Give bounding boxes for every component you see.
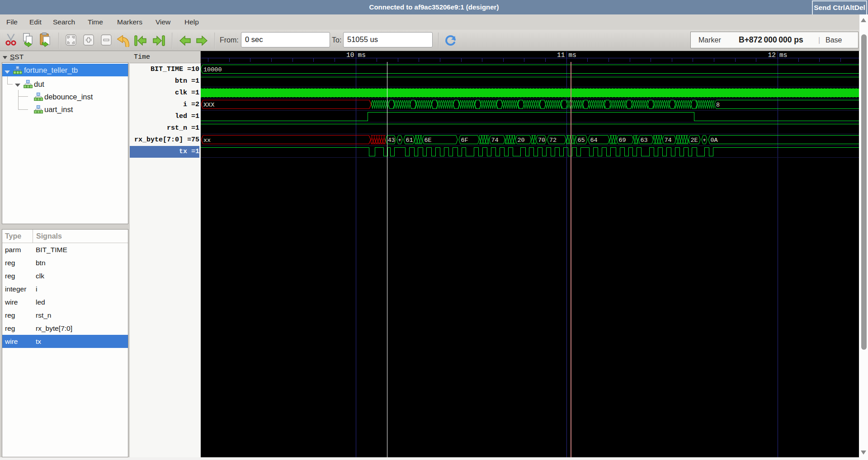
svg-text:XXX: XXX [203, 102, 214, 108]
svg-text:74: 74 [665, 137, 672, 144]
svg-text:10: 10 [346, 52, 354, 59]
svg-text:ms: ms [569, 52, 576, 59]
svg-text:11: 11 [557, 52, 565, 59]
svg-text:70: 70 [538, 137, 545, 144]
svg-text:2E: 2E [691, 137, 698, 144]
svg-text:64: 64 [590, 137, 598, 144]
svg-text:74: 74 [491, 137, 499, 144]
svg-text:61: 61 [406, 137, 413, 144]
svg-text:69: 69 [619, 137, 626, 144]
svg-text:20: 20 [518, 137, 525, 144]
svg-text:xx: xx [203, 137, 211, 144]
svg-text:+: + [703, 137, 706, 144]
svg-text:0A: 0A [711, 137, 718, 144]
svg-text:12: 12 [768, 52, 776, 59]
svg-text:65: 65 [578, 137, 585, 144]
svg-text:6F: 6F [461, 137, 468, 144]
svg-text:63: 63 [641, 137, 648, 144]
svg-text:ms: ms [358, 52, 366, 59]
svg-text:10000: 10000 [203, 66, 222, 73]
svg-text:8: 8 [716, 102, 720, 108]
svg-text:6E: 6E [425, 137, 432, 144]
svg-text:ms: ms [779, 52, 787, 59]
svg-text:72: 72 [549, 137, 557, 144]
svg-text:+: + [398, 137, 401, 144]
svg-text:43: 43 [388, 137, 395, 144]
